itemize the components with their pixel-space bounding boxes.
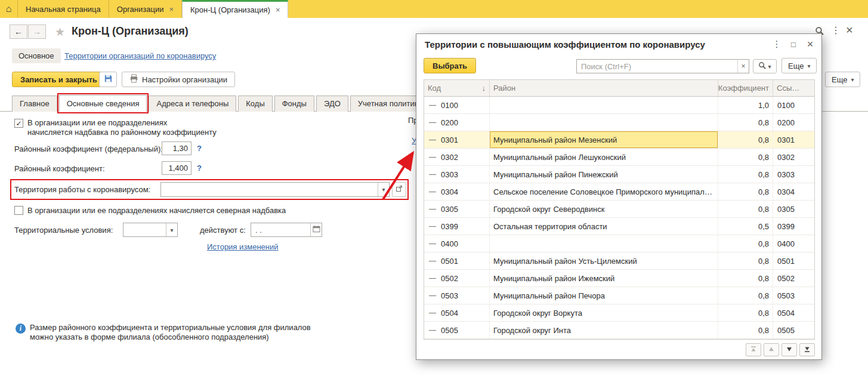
table-row[interactable]: — 0505 Городской округ Инта 0,8 0505 <box>424 322 814 339</box>
table-row[interactable]: — 0504 Городской округ Воркута 0,8 0504 <box>424 304 814 322</box>
tab-start-page[interactable]: Начальная страница <box>18 0 109 18</box>
popup-more-button[interactable]: Еще▾ <box>781 58 817 73</box>
nav-item-main[interactable]: Основное <box>12 48 61 63</box>
popup-close-icon[interactable]: × <box>804 38 816 50</box>
clear-search-icon[interactable]: × <box>737 60 749 73</box>
district-allowance-checkbox[interactable]: ✓ <box>14 119 23 128</box>
covid-territory-label: Территория работы с коронавирусом: <box>14 185 150 194</box>
open-territory-button[interactable] <box>392 182 406 197</box>
federal-coef-help[interactable]: ? <box>197 144 202 153</box>
popup-kebab-menu-icon[interactable]: ⋮ <box>771 38 783 50</box>
back-button[interactable]: ← <box>10 24 27 39</box>
select-button[interactable]: Выбрать <box>424 58 476 73</box>
calendar-picker-button[interactable] <box>310 223 322 236</box>
list-item-marker-icon: — <box>429 136 436 144</box>
row-ref: 0303 <box>773 166 816 183</box>
history-link[interactable]: История изменений <box>207 242 279 251</box>
table-row[interactable]: — 0399 Остальная территория области 0,5 … <box>424 218 814 235</box>
scroll-down-button[interactable] <box>781 343 797 356</box>
row-coef: 0,8 <box>718 322 773 338</box>
row-district: Муниципальный район Лешуконский <box>493 153 626 162</box>
row-district: Городской округ Северодвинск <box>493 205 604 214</box>
scroll-down-icon <box>786 346 793 355</box>
row-ref: 0100 <box>773 97 816 113</box>
row-coef: 0,5 <box>718 218 773 235</box>
scroll-up-button[interactable] <box>764 343 779 356</box>
tab-edo[interactable]: ЭДО <box>316 96 348 112</box>
floppy-disk-icon <box>104 74 113 85</box>
tab-osnovnye-svedeniya[interactable]: Основные сведения <box>59 95 147 112</box>
table-row[interactable]: — 0305 Городской округ Северодвинск 0,8 … <box>424 201 814 218</box>
organization-settings-button[interactable]: Настройки организации <box>122 72 235 87</box>
federal-coef-input[interactable]: 1,30 <box>162 141 191 155</box>
north-allowance-checkbox[interactable] <box>14 206 23 215</box>
back-arrow-icon: ← <box>14 27 23 36</box>
territorial-conditions-label: Территориальные условия: <box>14 226 113 235</box>
row-code: 0399 <box>441 222 458 231</box>
row-district: Муниципальный район Ижемский <box>493 274 614 283</box>
save-button[interactable] <box>99 72 117 87</box>
table-row[interactable]: — 0302 Муниципальный район Лешуконский 0… <box>424 149 814 166</box>
top-tab-bar: ⌂ Начальная страница Организации × Крон-… <box>0 0 868 18</box>
table-row[interactable]: — 0100 1,0 0100 <box>424 97 814 114</box>
combo-dropdown-button[interactable]: ▾ <box>166 223 177 236</box>
tab-kron-c-organization[interactable]: Крон-Ц (Организация) × <box>182 0 288 18</box>
territorial-conditions-combobox[interactable]: ▾ <box>123 223 178 237</box>
form-more-button[interactable]: Еще▾ <box>825 72 860 87</box>
column-header-coef[interactable]: Коэффициент <box>718 80 773 96</box>
table-row[interactable]: — 0400 0,8 0400 <box>424 235 814 252</box>
row-coef: 0,8 <box>718 304 773 321</box>
table-row[interactable]: — 0303 Муниципальный район Пинежский 0,8… <box>424 166 814 183</box>
nav-link-covid-territories[interactable]: Территории организаций по коронавирусу <box>64 51 216 60</box>
favorite-star-icon[interactable]: ★ <box>55 25 65 39</box>
table-row[interactable]: — 0503 Муниципальный район Печора 0,8 05… <box>424 287 814 304</box>
kebab-menu-icon[interactable]: ⋮ <box>831 24 841 36</box>
tab-glavnoe[interactable]: Главное <box>12 96 57 112</box>
column-header-district[interactable]: Район <box>490 80 718 96</box>
table-row[interactable]: — 0304 Сельское поселение Соловецкое При… <box>424 183 814 201</box>
scroll-up-icon <box>768 346 775 355</box>
row-coef: 0,8 <box>718 270 773 287</box>
row-district: Остальная территория области <box>493 222 607 231</box>
row-code: 0301 <box>441 136 458 144</box>
row-district: Муниципальный район Мезенский <box>493 136 617 144</box>
combo-dropdown-button[interactable]: ▾ <box>378 183 389 196</box>
table-row[interactable]: — 0301 Муниципальный район Мезенский 0,8… <box>424 131 814 149</box>
coef-help[interactable]: ? <box>197 164 202 173</box>
home-icon: ⌂ <box>6 4 12 14</box>
tab-fondy[interactable]: Фонды <box>274 96 314 112</box>
home-button[interactable]: ⌂ <box>0 0 18 18</box>
search-input[interactable] <box>577 60 737 73</box>
chevron-down-icon: ▾ <box>170 227 173 233</box>
magnifier-icon <box>758 61 766 71</box>
covid-territory-combobox[interactable]: ▾ <box>160 182 390 197</box>
table-row[interactable]: — 0200 0,8 0200 <box>424 114 814 131</box>
table-row[interactable]: — 0501 Муниципальный район Усть-Цилемски… <box>424 252 814 270</box>
valid-from-date-input[interactable]: . . <box>251 223 322 237</box>
valid-from-label: действуют с: <box>200 226 246 235</box>
row-code: 0305 <box>441 205 458 214</box>
search-options-button[interactable]: ▾ <box>753 59 777 73</box>
row-ref: 0503 <box>773 287 816 304</box>
open-form-icon <box>396 185 403 194</box>
coef-input[interactable]: 1,400 <box>162 161 191 175</box>
row-coef: 0,8 <box>718 166 773 183</box>
chevron-down-icon: ▾ <box>768 63 771 70</box>
scroll-to-top-button[interactable] <box>746 343 761 356</box>
column-header-ref[interactable]: Ссы… <box>773 80 816 96</box>
table-row[interactable]: — 0502 Муниципальный район Ижемский 0,8 … <box>424 270 814 287</box>
row-code: 0502 <box>441 274 458 283</box>
tab-adresa-telefony[interactable]: Адреса и телефоны <box>149 96 236 112</box>
scroll-to-bottom-button[interactable] <box>799 343 815 356</box>
tab-kody[interactable]: Коды <box>238 96 272 112</box>
tab-organizations[interactable]: Организации × <box>109 0 182 18</box>
window-close-icon[interactable]: × <box>846 23 853 37</box>
forward-button[interactable]: → <box>28 24 46 39</box>
close-tab-icon[interactable]: × <box>276 5 280 14</box>
column-header-code[interactable]: Код ↓ <box>424 80 490 96</box>
row-ref: 0301 <box>773 131 816 148</box>
close-tab-icon[interactable]: × <box>169 5 174 14</box>
tab-label: Крон-Ц (Организация) <box>190 5 270 14</box>
save-and-close-button[interactable]: Записать и закрыть <box>12 72 106 87</box>
popup-maximize-icon[interactable]: □ <box>787 38 799 50</box>
